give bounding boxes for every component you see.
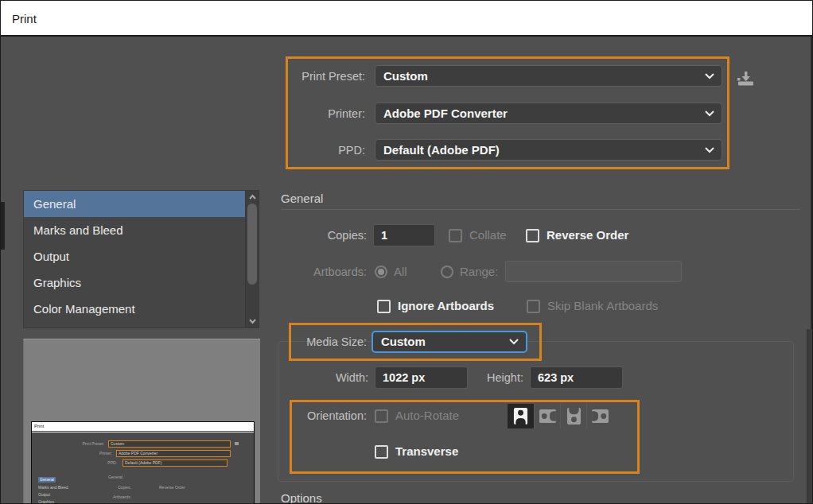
copies-input[interactable]: 1: [373, 224, 435, 246]
collate-label: Collate: [469, 224, 507, 246]
save-preset-button[interactable]: [736, 71, 755, 87]
orientation-portrait-up-button[interactable]: [508, 404, 534, 428]
preview-mini-body: Print Preset: Custom Printer: Adobe PDF …: [32, 432, 254, 504]
orientation-button-group: [508, 404, 613, 428]
skip-blank-artboards-checkbox: [527, 300, 540, 313]
dialog-title: Print: [12, 1, 37, 37]
ppd-dropdown[interactable]: Default (Adobe PDF): [375, 139, 722, 161]
sidebar-item-general[interactable]: General: [24, 191, 247, 217]
print-dialog: Print Print Preset: Custom Printer: Adob…: [0, 0, 813, 504]
ppd-value: Default (Adobe PDF): [383, 143, 500, 157]
chevron-down-icon: [509, 339, 519, 345]
media-size-dropdown[interactable]: Custom: [371, 331, 527, 353]
collate-checkbox: [449, 229, 462, 242]
preview-page-thumbnail: Print Print Preset: Custom Printer: Adob…: [31, 421, 255, 504]
artboards-range-label: Range:: [460, 261, 498, 283]
dialog-right-gutter: [807, 329, 812, 504]
preview-mini-save-icon: [235, 442, 239, 445]
category-list: General Marks and Bleed Output Graphics …: [23, 190, 259, 328]
width-label: Width:: [281, 366, 368, 389]
copies-label: Copies:: [281, 224, 367, 246]
ppd-label: PPD:: [239, 139, 365, 161]
artboards-range-radio: [441, 266, 453, 278]
background-edge-notch: [1, 202, 5, 250]
auto-rotate-checkbox: [375, 409, 388, 423]
auto-rotate-label: Auto-Rotate: [395, 405, 459, 427]
sidebar-item-output[interactable]: Output: [24, 243, 247, 269]
transverse-checkbox[interactable]: [375, 445, 388, 459]
orientation-portrait-down-button[interactable]: [560, 404, 586, 428]
save-preset-icon: [736, 71, 755, 87]
chevron-down-icon: [705, 73, 714, 79]
sidebar-item-graphics[interactable]: Graphics: [24, 269, 247, 296]
preview-mini-titlebar: Print: [32, 422, 254, 432]
options-section-title: Options: [281, 491, 322, 504]
printer-label: Printer:: [239, 103, 365, 125]
reverse-order-label: Reverse Order: [547, 224, 628, 246]
dialog-titlebar: Print: [1, 1, 813, 37]
portrait-down-icon: [566, 407, 582, 425]
height-input[interactable]: 623 px: [530, 366, 623, 389]
orientation-label: Orientation:: [281, 405, 367, 427]
printer-dropdown[interactable]: Adobe PDF Converter: [375, 103, 722, 124]
media-size-value: Custom: [381, 335, 426, 348]
orientation-landscape-left-button[interactable]: [534, 404, 560, 428]
sidebar-item-marks-and-bleed[interactable]: Marks and Bleed: [24, 217, 247, 243]
scroll-down-icon[interactable]: [247, 316, 258, 326]
category-scrollbar[interactable]: [245, 191, 259, 328]
height-label: Height:: [476, 366, 523, 389]
ignore-artboards-checkbox[interactable]: [377, 300, 391, 313]
artboards-label: Artboards:: [281, 261, 367, 283]
scroll-up-icon[interactable]: [247, 192, 258, 203]
media-size-label: Media Size:: [281, 331, 367, 353]
sidebar-item-advanced[interactable]: Advanced: [24, 322, 247, 328]
print-preset-label: Print Preset:: [239, 65, 365, 87]
landscape-left-icon: [539, 409, 557, 424]
orientation-landscape-right-button[interactable]: [586, 404, 613, 428]
general-section-divider: [281, 209, 800, 210]
artboards-all-radio: [375, 266, 387, 278]
portrait-up-icon: [513, 407, 528, 425]
printer-value: Adobe PDF Converter: [383, 107, 508, 120]
print-preview-area[interactable]: Print Print Preset: Custom Printer: Adob…: [23, 339, 260, 504]
print-preset-dropdown[interactable]: Custom: [375, 65, 722, 87]
reverse-order-checkbox[interactable]: [526, 229, 539, 242]
print-preset-value: Custom: [383, 69, 428, 83]
transverse-label: Transverse: [395, 440, 458, 463]
chevron-down-icon: [705, 147, 714, 153]
general-section-title: General: [281, 192, 323, 205]
ignore-artboards-label: Ignore Artboards: [398, 295, 494, 317]
chevron-down-icon: [705, 110, 714, 117]
scrollbar-thumb[interactable]: [247, 204, 257, 285]
artboards-all-label: All: [394, 261, 407, 283]
landscape-right-icon: [591, 409, 609, 424]
artboards-range-input: [505, 261, 682, 282]
skip-blank-artboards-label: Skip Blank Artboards: [547, 295, 658, 317]
width-input[interactable]: 1022 px: [375, 366, 468, 389]
sidebar-item-color-management[interactable]: Color Management: [24, 296, 247, 322]
